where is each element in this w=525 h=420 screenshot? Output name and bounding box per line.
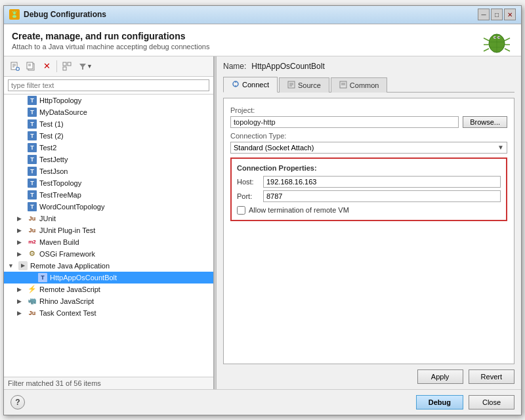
debug-button[interactable]: Debug [416, 395, 463, 410]
header-section: Create, manage, and run configurations A… [4, 24, 521, 56]
minimize-button[interactable]: ─ [478, 9, 490, 20]
revert-button[interactable]: Revert [469, 369, 514, 384]
tree-item-junit[interactable]: ▶ Ju JUnit [4, 213, 213, 224]
tab-connect[interactable]: Connect [223, 77, 278, 93]
allow-termination-checkbox[interactable] [237, 206, 245, 215]
tree-item-httptopology[interactable]: T HttpTopology [4, 94, 213, 106]
svg-line-16 [505, 49, 510, 51]
tree-item-label: Rhino JavaScript [39, 297, 94, 305]
project-input[interactable] [230, 116, 459, 128]
project-label: Project: [230, 106, 507, 114]
bottom-right: Debug Close [416, 395, 514, 410]
type-icon-ju: Ju [28, 214, 37, 223]
type-icon-osgi: ⚙ [28, 249, 37, 259]
svg-point-1 [12, 15, 16, 18]
new-config-button[interactable] [8, 59, 22, 74]
title-bar-left: Debug Configurations [9, 9, 106, 20]
type-icon-t: T [28, 143, 37, 152]
tree-item-label: Test2 [39, 144, 56, 152]
allow-termination-row: Allow termination of remote VM [237, 206, 501, 215]
expand-arrow: ▶ [17, 239, 24, 245]
type-icon-t: T [28, 190, 37, 200]
type-icon-rja: ▶ [18, 261, 28, 270]
tree-item-mydatasource[interactable]: T MyDataSource [4, 106, 213, 118]
tree-item-testjetty[interactable]: T TestJetty [4, 154, 213, 165]
tree-item-label: TestJson [39, 167, 68, 175]
select-arrow-icon: ▼ [497, 144, 504, 151]
filter-input[interactable] [8, 79, 209, 91]
tree-item-label: Test (1) [39, 120, 64, 128]
collapse-all-button[interactable] [60, 59, 74, 74]
tree-item-test2[interactable]: T Test (2) [4, 130, 213, 142]
tree-item-label: Maven Build [39, 238, 79, 246]
window-controls: ─ □ ✕ [478, 9, 516, 20]
port-input[interactable] [263, 190, 501, 202]
tree-item-label: TestJetty [39, 156, 68, 163]
window-title: Debug Configurations [24, 10, 106, 19]
name-label: Name: [223, 62, 246, 71]
type-icon-t: T [28, 119, 37, 129]
toolbar-separator-1 [56, 60, 57, 72]
host-input[interactable] [263, 176, 501, 188]
tree-item-osgi[interactable]: ▶ ⚙ OSGi Framework [4, 248, 213, 260]
help-button[interactable]: ? [10, 395, 25, 410]
tree-item-test2b[interactable]: T Test2 [4, 142, 213, 154]
svg-line-11 [484, 38, 489, 41]
close-button[interactable]: Close [469, 395, 514, 410]
filter-dropdown-button[interactable]: ▼ [75, 60, 96, 72]
delete-config-button[interactable]: ✕ [39, 59, 54, 74]
host-label: Host: [237, 178, 263, 186]
name-row: Name: HttpAppOsCountBolt [223, 62, 514, 71]
tree-item-label: OSGi Framework [39, 250, 95, 258]
close-window-button[interactable]: ✕ [504, 9, 516, 20]
tree-item-wordcount[interactable]: T WordCountTopology [4, 201, 213, 213]
svg-rect-34 [63, 67, 66, 70]
tree-item-remote-java-app[interactable]: ▼ ▶ Remote Java Application [4, 260, 213, 272]
apply-button[interactable]: Apply [417, 369, 463, 384]
tree-item-rhino[interactable]: ▶ 🦏 Rhino JavaScript [4, 295, 213, 307]
expand-arrow: ▶ [17, 251, 24, 257]
tree-item-label: TestTreeMap [39, 191, 81, 199]
tree-item-remote-javascript[interactable]: ▶ ⚡ Remote JavaScript [4, 284, 213, 295]
tree-item-testtreemap[interactable]: T TestTreeMap [4, 189, 213, 201]
right-panel: Name: HttpAppOsCountBolt Connect [217, 56, 521, 389]
duplicate-config-button[interactable] [24, 59, 38, 74]
type-icon-t: T [28, 155, 37, 164]
connection-type-value: Standard (Socket Attach) [234, 144, 314, 152]
expand-arrow: ▶ [17, 227, 24, 234]
connection-type-select[interactable]: Standard (Socket Attach) ▼ [230, 142, 507, 154]
tree-item-task-context[interactable]: ▶ Ju Task Context Test [4, 307, 213, 319]
type-icon-ju: Ju [28, 308, 37, 318]
header-subtitle: Attach to a Java virtual machine accepti… [12, 43, 513, 51]
maximize-button[interactable]: □ [491, 9, 503, 20]
type-icon-t: T [28, 202, 37, 211]
tree-item-maven[interactable]: ▶ m2 Maven Build [4, 236, 213, 248]
tree-item-httpapposcountbolt[interactable]: T HttpAppOsCountBolt [4, 272, 213, 284]
type-icon-t: T [28, 108, 37, 117]
browse-button[interactable]: Browse... [463, 116, 507, 128]
tree-item-label: JUnit [39, 215, 56, 222]
tab-common-label: Common [350, 81, 379, 89]
svg-point-9 [495, 37, 496, 38]
allow-termination-label: Allow termination of remote VM [249, 206, 349, 214]
tree-item-testjson[interactable]: T TestJson [4, 165, 213, 177]
svg-rect-32 [63, 62, 66, 66]
tree-item-label: HttpTopology [39, 96, 81, 104]
debug-configurations-window: Debug Configurations ─ □ ✕ Create, manag… [3, 5, 522, 415]
window-icon [9, 9, 20, 20]
title-bar: Debug Configurations ─ □ ✕ [4, 6, 521, 24]
type-icon-ju: Ju [28, 226, 37, 235]
type-icon-t: T [38, 273, 47, 282]
tab-source[interactable]: Source [279, 77, 329, 93]
bug-icon [482, 28, 511, 58]
filter-box [4, 77, 213, 94]
expand-arrow-open: ▼ [8, 262, 14, 269]
tab-common[interactable]: Common [331, 77, 388, 93]
tree-item-label: HttpAppOsCountBolt [50, 274, 117, 282]
port-label: Port: [237, 192, 263, 200]
tree-item-junit-plugin[interactable]: ▶ Ju JUnit Plug-in Test [4, 224, 213, 236]
tree-item-test1[interactable]: T Test (1) [4, 118, 213, 130]
tree-item-testtopology[interactable]: T TestTopology [4, 177, 213, 189]
connect-tab-icon [232, 80, 240, 89]
svg-line-14 [505, 38, 510, 41]
